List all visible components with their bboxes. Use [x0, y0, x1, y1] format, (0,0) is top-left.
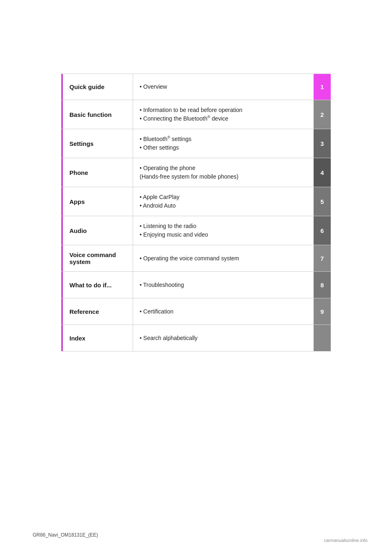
- content-item: • Operating the voice command system: [140, 254, 307, 263]
- section-label: What to do if...: [61, 272, 133, 298]
- footer-text: GR86_Navi_OM18131E_(EE): [33, 532, 98, 538]
- chapter-number: 8: [314, 272, 331, 298]
- watermark-text: carmanualsonline.info: [324, 538, 368, 543]
- section-label: Audio: [61, 216, 133, 245]
- content-item: • Android Auto: [140, 201, 307, 210]
- content-column: • Troubleshooting: [133, 272, 314, 298]
- table-row[interactable]: Reference• Certification9: [61, 298, 331, 325]
- chapter-number: 6: [314, 216, 331, 245]
- content-item: • Overview: [140, 83, 307, 91]
- chapter-number: [314, 325, 331, 351]
- content-item: • Operating the phone: [140, 164, 307, 172]
- chapter-number: 4: [314, 158, 331, 187]
- content-item: • Bluetooth® settings: [140, 135, 307, 143]
- table-row[interactable]: Settings• Bluetooth® settings• Other set…: [61, 129, 331, 158]
- chapter-number: 9: [314, 298, 331, 324]
- content-item: (Hands-free system for mobile phones): [140, 172, 307, 181]
- chapter-number: 2: [314, 100, 331, 129]
- content-item: • Apple CarPlay: [140, 193, 307, 201]
- content-column: • Bluetooth® settings• Other settings: [133, 129, 314, 158]
- content-item: • Listening to the radio: [140, 222, 307, 231]
- content-column: • Information to be read before operatio…: [133, 100, 314, 129]
- content-item: • Enjoying music and video: [140, 231, 307, 239]
- content-item: • Search alphabetically: [140, 334, 307, 342]
- content-item: • Connecting the Bluetooth® device: [140, 114, 307, 123]
- content-column: • Operating the phone(Hands-free system …: [133, 158, 314, 187]
- section-label: Settings: [61, 129, 133, 158]
- chapter-number: 7: [314, 245, 331, 271]
- content-column: • Search alphabetically: [133, 325, 314, 351]
- content-column: • Overview: [133, 74, 314, 100]
- section-label: Reference: [61, 298, 133, 324]
- content-item: • Troubleshooting: [140, 281, 307, 289]
- section-label: Quick guide: [61, 74, 133, 100]
- toc-table: Quick guide• Overview1Basic function• In…: [61, 74, 331, 351]
- table-row[interactable]: What to do if...• Troubleshooting8: [61, 272, 331, 298]
- chapter-number: 1: [314, 74, 331, 100]
- page: Quick guide• Overview1Basic function• In…: [0, 0, 392, 555]
- section-label: Apps: [61, 187, 133, 216]
- table-row[interactable]: Basic function• Information to be read b…: [61, 100, 331, 129]
- content-column: • Certification: [133, 298, 314, 324]
- section-label: Phone: [61, 158, 133, 187]
- content-column: • Operating the voice command system: [133, 245, 314, 271]
- table-row[interactable]: Index• Search alphabetically: [61, 325, 331, 351]
- table-row[interactable]: Audio• Listening to the radio• Enjoying …: [61, 216, 331, 245]
- table-row[interactable]: Phone• Operating the phone(Hands-free sy…: [61, 158, 331, 187]
- chapter-number: 5: [314, 187, 331, 216]
- chapter-number: 3: [314, 129, 331, 158]
- content-item: • Information to be read before operatio…: [140, 106, 307, 114]
- table-row[interactable]: Quick guide• Overview1: [61, 74, 331, 100]
- section-label: Voice command system: [61, 245, 133, 271]
- content-column: • Apple CarPlay• Android Auto: [133, 187, 314, 216]
- table-row[interactable]: Apps• Apple CarPlay• Android Auto5: [61, 187, 331, 216]
- section-label: Basic function: [61, 100, 133, 129]
- table-row[interactable]: Voice command system• Operating the voic…: [61, 245, 331, 272]
- section-label: Index: [61, 325, 133, 351]
- content-item: • Other settings: [140, 143, 307, 152]
- toc-table-wrapper: Quick guide• Overview1Basic function• In…: [61, 74, 331, 351]
- content-item: • Certification: [140, 307, 307, 316]
- content-column: • Listening to the radio• Enjoying music…: [133, 216, 314, 245]
